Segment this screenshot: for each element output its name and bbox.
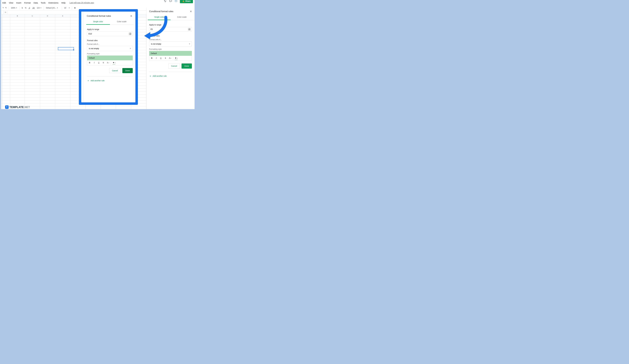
cell[interactable] (10, 77, 25, 80)
grid-select-icon[interactable] (129, 33, 131, 35)
select-all-corner[interactable] (1, 14, 2, 17)
menu-extensions[interactable]: Extensions (48, 1, 58, 4)
cell[interactable] (10, 59, 25, 62)
cell[interactable] (55, 95, 70, 98)
cell[interactable] (25, 56, 40, 59)
strikethrough-button[interactable]: S (164, 57, 167, 60)
cell[interactable] (55, 89, 70, 92)
cell[interactable] (40, 62, 55, 65)
cell[interactable] (40, 50, 55, 53)
cell[interactable] (2, 95, 10, 98)
currency-button[interactable]: $ (21, 6, 23, 9)
cell[interactable] (10, 26, 25, 29)
cell[interactable] (55, 20, 70, 23)
cell[interactable] (2, 101, 10, 104)
cell[interactable] (40, 95, 55, 98)
col-head-d[interactable]: D (40, 14, 55, 17)
cell[interactable] (55, 23, 70, 26)
cell[interactable] (40, 38, 55, 41)
cancel-button[interactable]: Cancel (168, 63, 180, 69)
cell[interactable] (55, 32, 70, 35)
cell[interactable] (25, 17, 40, 20)
cell[interactable] (55, 68, 70, 71)
tab-single-color[interactable]: Single color (86, 19, 110, 25)
italic-button[interactable]: I (155, 57, 158, 60)
cell[interactable] (55, 107, 70, 109)
cell[interactable] (55, 50, 70, 53)
number-format-dropdown[interactable]: 123▼ (36, 6, 42, 9)
cell[interactable] (2, 23, 10, 26)
close-icon[interactable]: ✕ (190, 10, 192, 13)
cell[interactable] (40, 80, 55, 83)
cell[interactable] (2, 98, 10, 101)
menu-edit[interactable]: Edit (2, 1, 6, 4)
font-size-dropdown[interactable]: 10▼ (64, 6, 70, 9)
cell[interactable] (25, 47, 40, 50)
tab-color-scale[interactable]: Color scale (110, 19, 134, 25)
cell[interactable] (25, 74, 40, 77)
cell[interactable] (10, 89, 25, 92)
cell[interactable] (2, 35, 10, 38)
cell[interactable] (2, 50, 10, 53)
present-icon[interactable] (174, 0, 177, 2)
cell[interactable] (2, 44, 10, 47)
cell[interactable] (10, 32, 25, 35)
cell[interactable] (25, 32, 40, 35)
cell[interactable] (25, 62, 40, 65)
menu-format[interactable]: Format (24, 1, 31, 4)
cell[interactable] (2, 29, 10, 32)
selected-cell[interactable] (58, 47, 74, 50)
cell[interactable] (55, 35, 70, 38)
italic-button[interactable]: I (93, 61, 96, 64)
cell[interactable] (10, 29, 25, 32)
cell[interactable] (2, 26, 10, 29)
cell[interactable] (40, 71, 55, 74)
cell[interactable] (55, 83, 70, 86)
condition-dropdown[interactable]: Is not empty ▼ (87, 46, 133, 51)
cell[interactable] (10, 71, 25, 74)
done-button[interactable]: Done (122, 68, 133, 73)
bold-button[interactable]: B (74, 6, 76, 9)
cell[interactable] (10, 101, 25, 104)
menu-help[interactable]: Help (61, 1, 65, 4)
cell[interactable] (25, 59, 40, 62)
cell[interactable] (2, 89, 10, 92)
cell[interactable] (25, 26, 40, 29)
cell[interactable] (25, 83, 40, 86)
cell[interactable] (25, 71, 40, 74)
cell[interactable] (25, 95, 40, 98)
cell[interactable] (2, 71, 10, 74)
cell[interactable] (40, 17, 55, 20)
cell[interactable] (40, 44, 55, 47)
cell[interactable] (2, 41, 10, 44)
cell[interactable] (25, 89, 40, 92)
cell[interactable] (10, 41, 25, 44)
paint-format-icon[interactable] (5, 7, 7, 9)
cell[interactable] (2, 74, 10, 77)
cell[interactable] (55, 98, 70, 101)
cell[interactable] (25, 29, 40, 32)
col-head-e[interactable]: E (55, 14, 70, 17)
zoom-dropdown[interactable]: 100%▼ (10, 6, 18, 9)
cell[interactable] (55, 53, 70, 56)
cell[interactable] (10, 20, 25, 23)
cell[interactable] (10, 92, 25, 95)
cell[interactable] (25, 86, 40, 89)
add-rule-button[interactable]: ＋ Add another rule (87, 76, 133, 82)
cell[interactable] (55, 101, 70, 104)
fill-color-button[interactable]: ▾ (112, 61, 116, 64)
cell[interactable] (10, 98, 25, 101)
close-icon[interactable]: ✕ (130, 14, 132, 17)
activity-icon[interactable] (164, 0, 167, 2)
cell[interactable] (25, 53, 40, 56)
cell[interactable] (2, 59, 10, 62)
cell[interactable] (55, 38, 70, 41)
cell[interactable] (40, 53, 55, 56)
cell[interactable] (25, 98, 40, 101)
fill-color-button[interactable]: ▾ (174, 57, 178, 60)
cell[interactable] (40, 26, 55, 29)
cell[interactable] (55, 71, 70, 74)
cell[interactable] (10, 38, 25, 41)
increase-decimal-button[interactable]: .00 (32, 6, 35, 9)
cell[interactable] (55, 26, 70, 29)
